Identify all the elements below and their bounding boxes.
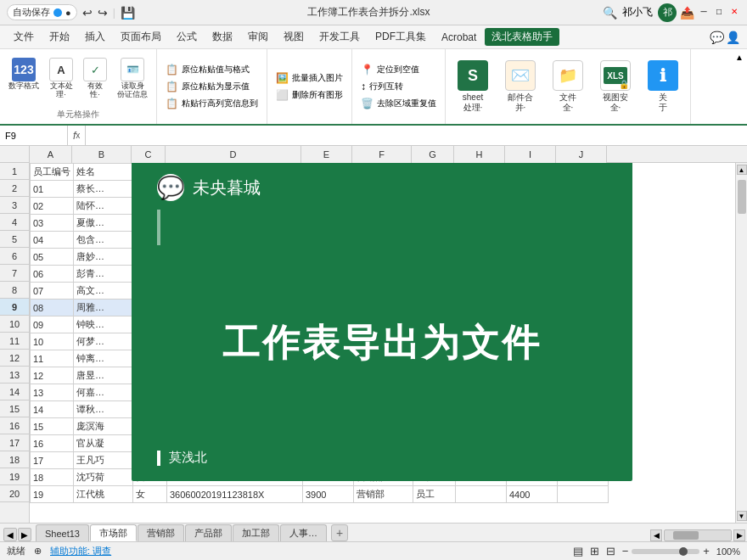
btn-idinfo[interactable]: 🪪 读取身份证信息 [114, 56, 151, 101]
sheet-tab-scroll-left[interactable]: ◀ [3, 528, 17, 541]
row-header-11: 11 [0, 333, 29, 350]
hscroll-right[interactable]: ▶ [733, 529, 745, 541]
col-header-F[interactable]: F [352, 146, 412, 163]
zoom-in-icon[interactable]: + [703, 545, 710, 557]
col-header-C[interactable]: C [132, 146, 166, 163]
menu-acrobat[interactable]: Acrobat [435, 29, 483, 46]
sheet-tab-add[interactable]: + [331, 524, 348, 541]
autosave-label: 自动保存 [13, 6, 50, 19]
btn-paste-fmt[interactable]: 📋 原位粘贴值与格式 [162, 62, 261, 77]
macro-icon[interactable]: ⊕ [34, 546, 42, 557]
status-right: ▤ ⊞ ⊟ − + 100% [573, 545, 740, 557]
btn-remove-dup[interactable]: 🗑️ 去除区域重复值 [357, 96, 440, 111]
maximize-button[interactable]: □ [713, 6, 725, 18]
cell-1-b[interactable]: 姓名 [74, 164, 133, 181]
grid-content[interactable]: 员工编号姓名 01蔡长… 02陆怀… 03夏傲… 04包含… 05唐妙… 06彭… [30, 163, 747, 523]
zoom-percent[interactable]: 100% [716, 546, 740, 557]
col-header-H[interactable]: H [454, 146, 505, 163]
layout-normal-icon[interactable]: ▤ [573, 545, 583, 557]
menu-review[interactable]: 审阅 [241, 27, 275, 47]
sheet-tab-process[interactable]: 加工部 [233, 524, 279, 541]
hscroll-bar[interactable] [664, 529, 732, 541]
btn-insert-img[interactable]: 🖼️ 批量插入图片 [272, 70, 346, 86]
collapse-icon: ▲ [735, 53, 744, 62]
autosave-toggle[interactable]: 自动保存 ● [7, 4, 77, 20]
popup-overlay: 💬 未央暮城 工作表导出为文件 莫浅北 [132, 163, 632, 481]
close-button[interactable]: ✕ [728, 6, 740, 18]
popup-main-text: 工作表导出为文件 [222, 318, 542, 368]
minimize-button[interactable]: ─ [698, 6, 710, 18]
formula-input[interactable] [86, 131, 747, 141]
cell-1-a[interactable]: 员工编号 [31, 164, 74, 181]
row-header-8: 8 [0, 282, 29, 299]
sheet-tab-hr[interactable]: 人事… [280, 524, 327, 541]
col-header-A[interactable]: A [30, 146, 72, 163]
comment-icon[interactable]: 💬 [710, 31, 724, 44]
popup-vertical-bar [157, 210, 160, 245]
sheet-tab-scroll-right[interactable]: ▶ [18, 528, 31, 541]
ribbon: 123 数字格式 A 文本处理· ✓ 有效性· 🪪 读取身份证信 [0, 49, 747, 126]
sheet-tab-product[interactable]: 产品部 [185, 524, 232, 541]
layout-preview-icon[interactable]: ⊟ [606, 545, 615, 557]
btn-paste-disp[interactable]: 📋 原位粘贴为显示值 [162, 79, 261, 94]
vertical-scrollbar[interactable]: ▲ ▼ [735, 163, 747, 523]
share2-icon[interactable]: 👤 [726, 31, 740, 44]
sheet-tab-sales[interactable]: 营销部 [138, 524, 184, 541]
row-header-9: 9 [0, 299, 29, 316]
col-header-J[interactable]: J [556, 146, 607, 163]
sheet-tab-market[interactable]: 市场部 [90, 524, 137, 541]
btn-locate-empty[interactable]: 📍 定位到空值 [357, 62, 440, 77]
zoom-control: − + [622, 545, 710, 557]
idinfo-label: 读取身份证信息 [117, 82, 148, 99]
hscroll-left[interactable]: ◀ [650, 529, 662, 541]
btn-validate[interactable]: ✓ 有效性· [80, 56, 110, 101]
col-header-G[interactable]: G [412, 146, 454, 163]
menu-home[interactable]: 开始 [42, 27, 76, 47]
share-icon[interactable]: 📤 [680, 6, 694, 20]
col-header-E[interactable]: E [301, 146, 352, 163]
menu-dev[interactable]: 开发工具 [312, 27, 367, 47]
btn-sheet[interactable]: S sheet处理· [451, 54, 495, 119]
btn-paste-row[interactable]: 📋 粘贴行高列宽信息到 [162, 96, 261, 111]
row-header-4: 4 [0, 214, 29, 231]
btn-vizsec[interactable]: XLS 🔒 视图安全· [593, 54, 637, 119]
menu-qianbei[interactable]: 浅北表格助手 [485, 28, 559, 46]
btn-del-shapes[interactable]: ⬜ 删除所有图形 [272, 87, 346, 103]
redo-icon[interactable]: ↪ [98, 6, 108, 20]
ribbon-collapse[interactable]: ▲ [732, 49, 747, 124]
scroll-down-btn[interactable]: ▼ [737, 511, 747, 521]
menu-pdf[interactable]: PDF工具集 [368, 27, 433, 47]
btn-file[interactable]: 📁 文件全· [546, 54, 590, 119]
zoom-thumb[interactable] [679, 547, 688, 556]
menu-data[interactable]: 数据 [205, 27, 239, 47]
layout-page-icon[interactable]: ⊞ [590, 545, 599, 557]
name-box[interactable] [0, 126, 68, 145]
col-header-D[interactable]: D [166, 146, 301, 163]
menu-insert[interactable]: 插入 [78, 27, 112, 47]
sheet-tab-sheet13[interactable]: Sheet13 [36, 524, 89, 541]
btn-numformat[interactable]: 123 数字格式 [5, 56, 42, 92]
btn-mailmerge[interactable]: ✉️ 邮件合并· [498, 54, 542, 119]
menu-layout[interactable]: 页面布局 [114, 27, 168, 47]
search-icon[interactable]: 🔍 [603, 6, 617, 20]
locate-icon: 📍 [361, 64, 374, 76]
scroll-up-btn[interactable]: ▲ [737, 165, 747, 175]
btn-textproc[interactable]: A 文本处理· [46, 56, 76, 101]
paste-fmt-label: 原位粘贴值与格式 [182, 64, 250, 76]
accessibility-label[interactable]: 辅助功能: 调查 [50, 545, 111, 557]
btn-about[interactable]: ℹ 关于 [641, 54, 685, 119]
btn-row-col-swap[interactable]: ↕️ 行列互转 [357, 79, 440, 94]
menu-file[interactable]: 文件 [7, 27, 41, 47]
scroll-thumb[interactable] [738, 180, 746, 214]
paste-disp-icon: 📋 [166, 81, 178, 92]
col-header-I[interactable]: I [505, 146, 556, 163]
menu-formula[interactable]: 公式 [170, 27, 204, 47]
zoom-out-icon[interactable]: − [622, 545, 629, 557]
username: 祁小飞 [622, 5, 653, 20]
save-icon[interactable]: 💾 [121, 6, 135, 20]
zoom-slider[interactable] [632, 549, 699, 554]
col-header-B[interactable]: B [72, 146, 132, 163]
undo-icon[interactable]: ↩ [82, 6, 93, 20]
popup-brand: 未央暮城 [193, 176, 261, 199]
menu-view[interactable]: 视图 [277, 27, 311, 47]
